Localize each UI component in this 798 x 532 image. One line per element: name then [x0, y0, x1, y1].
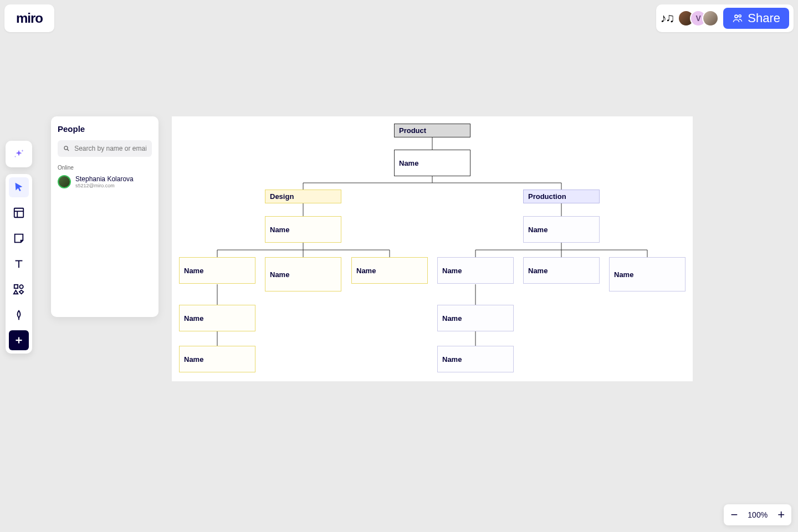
svg-line-13	[68, 150, 69, 151]
node-root-name[interactable]: Name	[394, 150, 470, 176]
node-design-child-1[interactable]: Name	[179, 257, 255, 284]
search-box[interactable]	[58, 140, 152, 157]
tool-ai[interactable]	[6, 141, 32, 167]
node-production-sub-1[interactable]: Name	[437, 305, 514, 331]
tool-shapes[interactable]	[9, 279, 29, 299]
tool-select[interactable]	[9, 177, 29, 197]
tool-sticky[interactable]	[9, 228, 29, 248]
node-root[interactable]: Product	[394, 124, 470, 137]
music-icon[interactable]: ♪♫	[661, 11, 674, 25]
svg-rect-7	[14, 285, 18, 288]
logo[interactable]: miro	[4, 4, 54, 32]
svg-point-8	[19, 285, 23, 288]
sticky-icon	[13, 232, 25, 244]
pen-icon	[13, 309, 25, 321]
person-name: Stephania Kolarova	[75, 175, 134, 183]
node-design-child-3[interactable]: Name	[351, 257, 428, 284]
node-design-sub-1[interactable]: Name	[179, 305, 255, 331]
node-design-sub-2[interactable]: Name	[179, 346, 255, 372]
toolbar	[6, 174, 32, 354]
sparkle-icon	[13, 148, 25, 160]
search-input[interactable]	[74, 145, 146, 152]
share-button[interactable]: Share	[723, 8, 789, 29]
zoom-level: 100%	[748, 510, 768, 519]
online-label: Online	[58, 165, 152, 171]
person-row[interactable]: Stephania Kolarova s5212@miro.com	[58, 175, 152, 188]
tool-pen[interactable]	[9, 305, 29, 325]
person-avatar	[58, 175, 71, 188]
people-title: People	[58, 124, 152, 134]
avatar-stack[interactable]: V	[678, 10, 719, 27]
people-icon	[732, 13, 743, 24]
svg-point-1	[739, 15, 741, 17]
header-right: ♪♫ V Share	[656, 4, 794, 32]
node-production-name[interactable]: Name	[523, 216, 600, 243]
node-production[interactable]: Production	[523, 190, 600, 203]
svg-rect-2	[14, 208, 24, 218]
tool-more[interactable]	[9, 330, 29, 350]
zoom-in-button[interactable]: +	[777, 509, 785, 521]
plus-icon	[13, 334, 25, 346]
tool-templates[interactable]	[9, 203, 29, 223]
text-icon	[13, 258, 25, 270]
shapes-icon	[13, 283, 25, 295]
node-production-child-1[interactable]: Name	[437, 257, 514, 284]
avatar-3[interactable]	[702, 10, 719, 27]
search-icon	[63, 145, 70, 152]
node-design-child-2[interactable]: Name	[265, 257, 341, 291]
template-icon	[13, 207, 25, 219]
people-panel: People Online Stephania Kolarova s5212@m…	[51, 116, 158, 317]
svg-point-0	[735, 15, 738, 18]
node-design[interactable]: Design	[265, 190, 341, 203]
node-design-name[interactable]: Name	[265, 216, 341, 243]
tool-text[interactable]	[9, 254, 29, 274]
share-label: Share	[748, 11, 780, 25]
svg-point-12	[64, 146, 68, 150]
canvas[interactable]: Product Name Design Name Name Name Name …	[172, 116, 693, 381]
node-production-child-3[interactable]: Name	[609, 257, 686, 291]
cursor-icon	[13, 181, 25, 193]
node-production-child-2[interactable]: Name	[523, 257, 600, 284]
node-production-sub-2[interactable]: Name	[437, 346, 514, 372]
person-email: s5212@miro.com	[75, 183, 134, 188]
logo-text: miro	[16, 11, 43, 26]
zoom-controls: − 100% +	[724, 504, 791, 525]
zoom-out-button[interactable]: −	[730, 509, 738, 521]
